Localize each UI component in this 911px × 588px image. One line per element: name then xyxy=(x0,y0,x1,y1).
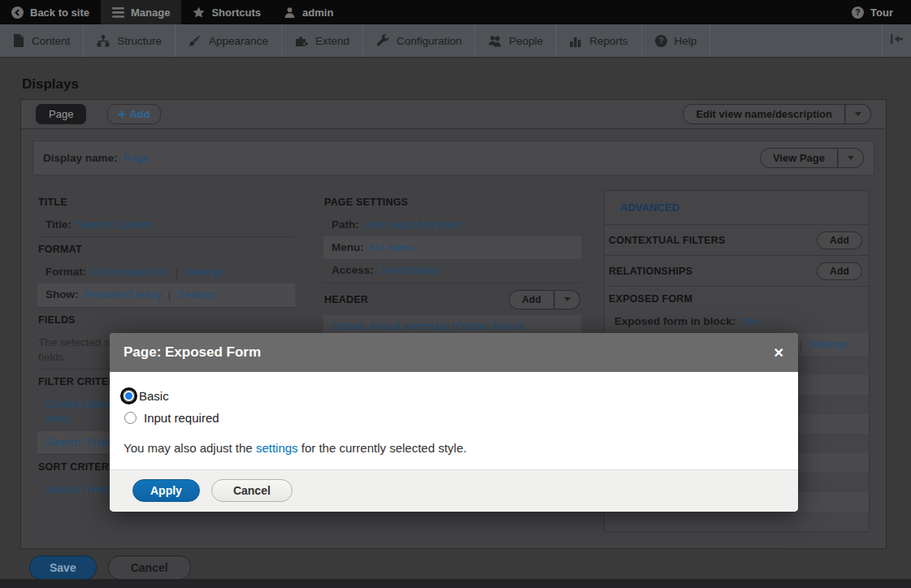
exposed-form-block-label: Exposed form in block: xyxy=(614,314,735,329)
relationships-add-button[interactable]: Add xyxy=(817,262,862,280)
title-value-link[interactable]: Search Content xyxy=(77,218,154,232)
radio-row-basic: Basic xyxy=(120,389,785,403)
edit-view-name-dropdown[interactable] xyxy=(845,104,871,124)
page-title: Displays xyxy=(22,76,79,93)
shortcuts-label: Shortcuts xyxy=(211,6,261,19)
display-name-row: Display name: Page View Page xyxy=(33,141,874,175)
format-settings-link[interactable]: Settings xyxy=(184,265,224,279)
add-display-button[interactable]: Add xyxy=(107,104,160,124)
settings-link[interactable]: settings xyxy=(256,441,298,455)
chevron-down-icon xyxy=(855,112,861,116)
bar-chart-icon xyxy=(570,35,582,47)
exposed-form-settings-link[interactable]: Settings xyxy=(809,337,848,352)
display-name-label: Display name: xyxy=(43,152,118,164)
exposed-form-modal: Page: Exposed Form ✕ Basic Input require… xyxy=(110,333,798,512)
separator: | xyxy=(176,266,178,280)
view-page-button-group: View Page xyxy=(760,148,864,168)
contextual-filters-label: CONTEXTUAL FILTERS xyxy=(609,235,725,246)
menu-item-reports[interactable]: Reports xyxy=(557,24,641,57)
occluded-row xyxy=(605,512,869,531)
menu-item-structure[interactable]: Structure xyxy=(84,24,176,57)
modal-body: Basic Input required You may also adjust… xyxy=(110,372,798,469)
save-button[interactable]: Save xyxy=(29,556,97,580)
menu-value-link[interactable]: No menu xyxy=(370,240,414,255)
back-arrow-icon xyxy=(11,6,24,19)
tray-spacer xyxy=(710,24,882,57)
note-text-after: for the currently selected style. xyxy=(298,441,467,455)
separator: | xyxy=(168,288,171,303)
advanced-toggle[interactable]: ADVANCED xyxy=(605,191,869,224)
toolbar-item-admin[interactable]: admin xyxy=(272,0,345,24)
path-label: Path: xyxy=(332,218,359,232)
section-header-header: HEADER Add xyxy=(323,283,581,315)
modal-footer: Apply Cancel xyxy=(110,469,798,512)
note-text-before: You may also adjust the xyxy=(124,441,256,455)
toolbar-collapse-button[interactable] xyxy=(882,24,911,57)
chevron-down-icon xyxy=(848,156,854,160)
back-to-site-label: Back to site xyxy=(30,6,89,19)
section-header-title: TITLE xyxy=(37,190,295,214)
section-header-format: FORMAT xyxy=(37,236,295,261)
manage-label: Manage xyxy=(131,6,170,19)
menu-item-appearance[interactable]: Appearance xyxy=(176,24,282,57)
section-format: FORMAT Format: Unformatted list | Settin… xyxy=(37,236,295,306)
apply-button[interactable]: Apply xyxy=(132,479,200,502)
section-contextual-filters: CONTEXTUAL FILTERS Add xyxy=(605,224,869,255)
modal-cancel-button[interactable]: Cancel xyxy=(211,479,293,502)
header-add-dropdown[interactable] xyxy=(554,290,580,309)
view-page-dropdown[interactable] xyxy=(838,148,864,168)
display-tabs-row: Page Add Edit view name/description xyxy=(21,100,886,129)
section-title: TITLE Title: Search Content xyxy=(37,190,295,236)
section-header-fields: FIELDS xyxy=(37,307,295,331)
svg-text:?: ? xyxy=(855,8,860,17)
sitemap-icon xyxy=(97,35,110,47)
tour-button[interactable]: ? Tour xyxy=(840,0,911,24)
radio-focus-ring xyxy=(123,390,135,402)
access-label: Access: xyxy=(332,263,374,278)
access-value-link[interactable]: Unrestricted xyxy=(380,263,439,278)
radio-row-input-required: Input required xyxy=(120,411,785,425)
close-icon[interactable]: ✕ xyxy=(774,345,784,361)
contextual-filters-add-button[interactable]: Add xyxy=(817,231,862,249)
menu-item-configuration[interactable]: Configuration xyxy=(363,24,475,57)
edit-view-name-button[interactable]: Edit view name/description xyxy=(683,104,845,124)
menu-item-help[interactable]: ? Help xyxy=(642,24,711,57)
menu-item-content[interactable]: Content xyxy=(0,24,84,57)
tab-page-display[interactable]: Page xyxy=(36,104,86,124)
section-header-relationships: RELATIONSHIPS Add xyxy=(605,255,869,286)
chevron-down-icon xyxy=(564,297,570,301)
section-header-exposed-form: EXPOSED FORM xyxy=(605,286,869,310)
path-value-link[interactable]: /solr-search/content xyxy=(365,218,462,232)
radio-basic-label[interactable]: Basic xyxy=(139,389,169,403)
modal-note: You may also adjust the settings for the… xyxy=(124,441,785,455)
radio-input-required[interactable] xyxy=(124,412,137,424)
menu-label: Content xyxy=(32,35,70,47)
puzzle-icon xyxy=(295,35,308,47)
header-add-button[interactable]: Add xyxy=(509,290,554,309)
show-settings-link[interactable]: Settings xyxy=(177,288,217,302)
back-to-site-button[interactable]: Back to site xyxy=(0,0,101,24)
cancel-button[interactable]: Cancel xyxy=(108,556,191,580)
people-icon xyxy=(488,35,501,47)
display-name-link[interactable]: Page xyxy=(124,152,150,164)
separator: | xyxy=(799,338,801,352)
user-icon xyxy=(284,6,296,19)
show-value-link[interactable]: Rendered entity xyxy=(85,288,162,302)
format-value-link[interactable]: Unformatted list xyxy=(92,265,169,279)
admin-menu-tray: Content Structure Appearance Extend Conf… xyxy=(0,24,911,58)
question-circle-icon: ? xyxy=(852,6,864,19)
toolbar-item-shortcuts[interactable]: Shortcuts xyxy=(181,0,272,24)
modal-header: Page: Exposed Form ✕ xyxy=(110,333,798,372)
menu-label: Structure xyxy=(117,35,162,47)
menu-item-people[interactable]: People xyxy=(475,24,557,57)
exposed-form-block-link[interactable]: Yes xyxy=(741,314,759,329)
menu-item-extend[interactable]: Extend xyxy=(282,24,363,57)
view-page-button[interactable]: View Page xyxy=(760,148,838,168)
toolbar-item-manage[interactable]: Manage xyxy=(101,0,181,24)
show-label: Show: xyxy=(46,288,79,302)
path-row: Path: /solr-search/content xyxy=(323,214,581,236)
radio-input-required-label[interactable]: Input required xyxy=(144,411,219,425)
svg-text:?: ? xyxy=(658,37,663,45)
radio-basic[interactable] xyxy=(123,390,135,402)
title-row: Title: Search Content xyxy=(37,214,295,236)
